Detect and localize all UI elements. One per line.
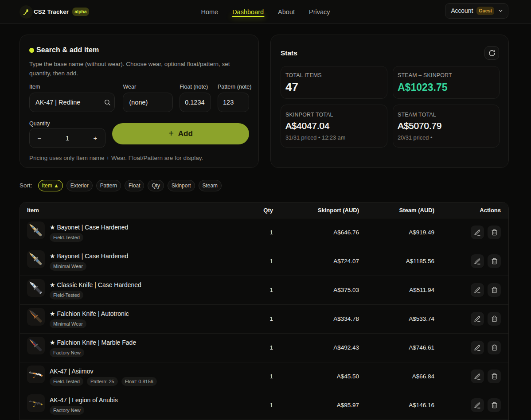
delete-button[interactable]	[488, 312, 501, 326]
delete-button[interactable]	[488, 254, 501, 268]
edit-button[interactable]	[471, 226, 484, 239]
quantity-value: 1	[66, 135, 69, 142]
edit-button[interactable]	[471, 369, 484, 383]
nav-home[interactable]: Home	[201, 8, 218, 16]
item-steam-price: A$746.61	[359, 333, 434, 362]
nav-about[interactable]: About	[278, 8, 295, 16]
wear-select[interactable]: (none)	[123, 93, 173, 112]
nav-privacy[interactable]: Privacy	[309, 8, 330, 16]
item-thumbnail-bayonet	[27, 222, 45, 239]
pricing-note: Pricing uses only Item name + Wear. Floa…	[29, 155, 249, 161]
wear-badge: Factory New	[50, 406, 84, 415]
sort-bar: Sort: Item ▲ Exterior Pattern Float Qty …	[20, 179, 509, 191]
account-label: Account	[451, 8, 473, 14]
search-card-title: Search & add item	[36, 46, 99, 54]
stat-subtext: 31/31 priced • 12:23 am	[285, 134, 383, 141]
edit-button[interactable]	[471, 283, 484, 297]
item-input[interactable]: AK-47 | Redline	[29, 93, 115, 112]
stat-value: 47	[285, 80, 383, 94]
sort-chip-exterior[interactable]: Exterior	[66, 180, 93, 191]
table-row: ★ Falchion Knife | Marble Fade Factory N…	[20, 333, 508, 362]
trending-up-icon	[23, 8, 30, 16]
table-header-row: Item Qty Skinport (AUD) Steam (AUD) Acti…	[20, 202, 508, 218]
trash-icon	[491, 402, 498, 408]
item-skinport-price: A$646.76	[273, 218, 359, 247]
item-skinport-price: A$375.03	[273, 276, 359, 304]
table-row: ★ Classic Knife | Case Hardened Field-Te…	[20, 276, 508, 304]
delete-button[interactable]	[488, 226, 501, 239]
delete-button[interactable]	[488, 398, 501, 412]
stat-tile-steam-minus-skinport: STEAM – SKINPORT A$1023.75	[393, 66, 500, 99]
wear-badge: Pattern: 25	[87, 377, 118, 386]
wear-badge: Factory New	[50, 348, 84, 357]
item-steam-price: A$1185.56	[359, 247, 434, 276]
column-header-qty: Qty	[232, 202, 273, 218]
sort-chip-skinport[interactable]: Skinport	[168, 180, 195, 191]
add-button[interactable]: + Add	[112, 123, 249, 144]
stat-value: A$5070.79	[398, 121, 495, 131]
item-steam-price: A$146.16	[359, 391, 434, 420]
item-thumbnail-bayonet	[27, 250, 45, 268]
item-name: ★ Bayonet | Case Hardened	[50, 223, 128, 232]
delete-button[interactable]	[488, 369, 501, 383]
table-row: AK-47 | Asiimov Field-TestedPattern: 25F…	[20, 362, 508, 391]
item-skinport-price: A$492.43	[273, 333, 359, 362]
edit-button[interactable]	[471, 398, 484, 412]
quantity-label: Quantity	[29, 121, 105, 127]
float-field-label: Float (note)	[180, 84, 211, 90]
edit-button[interactable]	[471, 254, 484, 268]
refresh-button[interactable]	[484, 46, 499, 60]
item-skinport-price: A$95.97	[273, 391, 359, 420]
item-qty: 1	[232, 218, 273, 247]
delete-button[interactable]	[488, 341, 501, 354]
sort-chip-steam[interactable]: Steam	[199, 180, 222, 191]
wear-badge: Minimal Wear	[50, 262, 86, 271]
edit-button[interactable]	[471, 341, 484, 354]
trash-icon	[491, 229, 498, 236]
wear-badge: Field-Tested	[50, 291, 83, 299]
chevron-down-icon	[498, 8, 504, 14]
delete-button[interactable]	[488, 283, 501, 297]
item-badges: Factory New	[50, 406, 118, 415]
edit-pencil-icon	[474, 402, 481, 409]
column-header-item: Item	[20, 202, 232, 218]
item-qty: 1	[232, 247, 273, 276]
pattern-input[interactable]: 123	[218, 93, 249, 112]
wear-field-label: Wear	[123, 84, 173, 90]
accent-dot	[29, 48, 34, 53]
wear-badge: Field-Tested	[50, 233, 83, 242]
stat-tile-skinport-total: SKINPORT TOTAL A$4047.04 31/31 priced • …	[281, 105, 387, 148]
float-input[interactable]: 0.1234	[180, 93, 211, 112]
nav-dashboard[interactable]: Dashboard	[232, 8, 264, 16]
sort-chip-pattern[interactable]: Pattern	[96, 180, 121, 191]
stat-label: TOTAL ITEMS	[285, 72, 383, 78]
sort-label: Sort:	[20, 182, 32, 189]
sort-chip-item[interactable]: Item ▲	[38, 180, 63, 191]
column-header-steam: Steam (AUD)	[359, 202, 434, 218]
sort-chip-qty[interactable]: Qty	[148, 180, 164, 191]
item-name: ★ Classic Knife | Case Hardened	[50, 280, 141, 289]
search-card-subtitle: Type the base name (without wear). Choos…	[29, 60, 236, 78]
item-name: ★ Bayonet | Case Hardened	[50, 252, 128, 261]
item-skinport-price: A$334.78	[273, 304, 359, 333]
item-qty: 1	[232, 276, 273, 304]
table-row: ★ Bayonet | Case Hardened Field-Tested 1…	[20, 218, 508, 247]
brand[interactable]: CS2 Tracker alpha	[20, 5, 89, 19]
account-button[interactable]: Account Guest	[445, 3, 508, 19]
quantity-stepper: − 1 +	[29, 128, 105, 148]
edit-button[interactable]	[471, 312, 484, 326]
table-row: ★ Bayonet | Case Hardened Minimal Wear 1…	[20, 247, 508, 276]
search-icon	[104, 99, 111, 106]
item-qty: 1	[232, 362, 273, 391]
item-badges: Field-Tested	[50, 291, 141, 299]
quantity-increase-button[interactable]: +	[89, 131, 102, 145]
quantity-decrease-button[interactable]: −	[33, 131, 46, 145]
sort-chip-float[interactable]: Float	[125, 180, 144, 191]
trash-icon	[491, 373, 498, 380]
item-thumbnail-falchion1	[27, 308, 45, 326]
search-add-card: Search & add item Type the base name (wi…	[20, 35, 259, 168]
edit-pencil-icon	[474, 344, 481, 351]
wear-badge: Field-Tested	[50, 377, 83, 386]
stat-tile-steam-total: STEAM TOTAL A$5070.79 20/31 priced • —	[393, 105, 500, 148]
column-header-skinport: Skinport (AUD)	[273, 202, 359, 218]
